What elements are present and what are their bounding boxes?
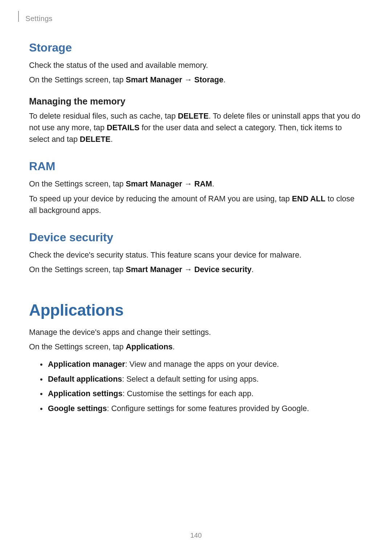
term: Application manager: [48, 360, 125, 369]
ram-path: On the Settings screen, tap Smart Manage…: [29, 178, 363, 190]
term: Google settings: [48, 404, 107, 413]
bold-end-all: END ALL: [292, 194, 325, 203]
text: .: [111, 135, 113, 144]
managing-memory-body: To delete residual files, such as cache,…: [29, 110, 363, 145]
text: To delete residual files, such as cache,…: [29, 112, 178, 120]
security-path: On the Settings screen, tap Smart Manage…: [29, 264, 363, 275]
heading-storage: Storage: [29, 41, 363, 54]
list-item: Default applications: Select a default s…: [40, 373, 363, 386]
list-item: Google settings: Configure settings for …: [40, 402, 363, 415]
text: .: [252, 265, 254, 274]
term: Application settings: [48, 389, 122, 398]
bold-details: DETAILS: [107, 123, 139, 132]
text: .: [173, 342, 175, 351]
text: .: [212, 180, 214, 188]
arrow-icon: →: [182, 75, 194, 84]
list-item: Application settings: Customise the sett…: [40, 387, 363, 401]
heading-ram: RAM: [29, 160, 363, 173]
list-item: Application manager: View and manage the…: [40, 358, 363, 371]
applications-path: On the Settings screen, tap Applications…: [29, 341, 363, 353]
storage-path: On the Settings screen, tap Smart Manage…: [29, 74, 363, 86]
bold-smart-manager: Smart Manager: [126, 265, 182, 274]
term: Default applications: [48, 375, 122, 383]
bold-delete: DELETE: [80, 135, 111, 144]
heading-managing-memory: Managing the memory: [29, 96, 363, 107]
ram-desc: To speed up your device by reducing the …: [29, 193, 363, 217]
desc: : View and manage the apps on your devic…: [125, 360, 279, 369]
header-rule: [18, 11, 19, 22]
desc: : Configure settings for some features p…: [107, 404, 309, 413]
arrow-icon: →: [182, 180, 194, 188]
text: On the Settings screen, tap: [29, 342, 126, 351]
chapter-applications: Applications: [29, 301, 363, 319]
text: To speed up your device by reducing the …: [29, 194, 292, 203]
text: On the Settings screen, tap: [29, 265, 126, 274]
desc: : Customise the settings for each app.: [122, 389, 253, 398]
arrow-icon: →: [182, 265, 194, 274]
security-desc: Check the device's security status. This…: [29, 249, 363, 261]
applications-list: Application manager: View and manage the…: [29, 358, 363, 415]
text: .: [223, 75, 225, 84]
text: On the Settings screen, tap: [29, 75, 126, 84]
bold-applications: Applications: [126, 342, 173, 351]
bold-ram: RAM: [194, 180, 212, 188]
applications-desc: Manage the device's apps and change thei…: [29, 327, 363, 338]
text: On the Settings screen, tap: [29, 180, 126, 188]
bold-device-security: Device security: [194, 265, 252, 274]
bold-storage: Storage: [194, 75, 223, 84]
desc: : Select a default setting for using app…: [122, 375, 258, 383]
storage-desc: Check the status of the used and availab…: [29, 59, 363, 71]
bold-smart-manager: Smart Manager: [126, 75, 182, 84]
bold-delete: DELETE: [178, 112, 209, 120]
page-number: 140: [0, 532, 392, 539]
bold-smart-manager: Smart Manager: [126, 180, 182, 188]
section-label: Settings: [25, 15, 363, 23]
heading-device-security: Device security: [29, 231, 363, 244]
